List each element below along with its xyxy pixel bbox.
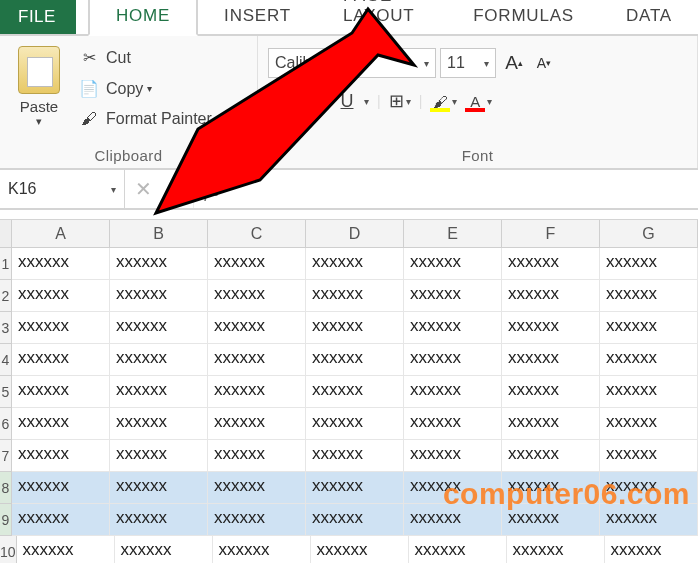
cell[interactable]: xxxxxx: [306, 472, 404, 504]
cell[interactable]: xxxxxx: [502, 440, 600, 472]
cell[interactable]: xxxxxx: [502, 312, 600, 344]
cell[interactable]: xxxxxx: [502, 376, 600, 408]
row-header[interactable]: 9: [0, 504, 12, 536]
cell[interactable]: xxxxxx: [600, 376, 698, 408]
cell[interactable]: xxxxxx: [110, 504, 208, 536]
cell[interactable]: xxxxxx: [17, 536, 115, 563]
row-header[interactable]: 4: [0, 344, 12, 376]
row-header[interactable]: 1: [0, 248, 12, 280]
cell[interactable]: xxxxxx: [12, 376, 110, 408]
cell[interactable]: xxxxxx: [600, 312, 698, 344]
cell[interactable]: xxxxxx: [12, 280, 110, 312]
cell[interactable]: xxxxxx: [600, 248, 698, 280]
cell[interactable]: xxxxxx: [600, 280, 698, 312]
copy-dropdown-arrow[interactable]: ▾: [147, 83, 152, 94]
row-header[interactable]: 8: [0, 472, 12, 504]
cell[interactable]: xxxxxx: [600, 472, 698, 504]
cell[interactable]: xxxxxx: [110, 376, 208, 408]
font-name-combo[interactable]: Calibri ▾: [268, 48, 436, 78]
cell[interactable]: xxxxxx: [110, 440, 208, 472]
tab-insert[interactable]: INSERT: [198, 0, 317, 34]
cell[interactable]: xxxxxx: [213, 536, 311, 563]
cell[interactable]: xxxxxx: [404, 504, 502, 536]
insert-function-button[interactable]: fx: [194, 170, 228, 208]
cell[interactable]: xxxxxx: [502, 248, 600, 280]
cell[interactable]: xxxxxx: [600, 504, 698, 536]
cell[interactable]: xxxxxx: [404, 248, 502, 280]
column-header[interactable]: C: [208, 220, 306, 247]
cell[interactable]: xxxxxx: [404, 344, 502, 376]
cell[interactable]: xxxxxx: [502, 280, 600, 312]
cell[interactable]: xxxxxx: [12, 408, 110, 440]
cell[interactable]: xxxxxx: [208, 248, 306, 280]
cell[interactable]: xxxxxx: [12, 248, 110, 280]
cut-button[interactable]: ✂ Cut: [74, 42, 216, 73]
cell[interactable]: xxxxxx: [306, 312, 404, 344]
cell[interactable]: xxxxxx: [208, 472, 306, 504]
cell[interactable]: xxxxxx: [404, 376, 502, 408]
font-color-button[interactable]: A ▾: [465, 92, 492, 110]
tab-data[interactable]: DATA: [600, 0, 698, 34]
column-header[interactable]: D: [306, 220, 404, 247]
cell[interactable]: xxxxxx: [306, 440, 404, 472]
cell[interactable]: xxxxxx: [208, 312, 306, 344]
row-header[interactable]: 5: [0, 376, 12, 408]
row-header[interactable]: 2: [0, 280, 12, 312]
cell[interactable]: xxxxxx: [110, 472, 208, 504]
cell[interactable]: xxxxxx: [311, 536, 409, 563]
file-tab[interactable]: FILE: [0, 0, 76, 34]
cell[interactable]: xxxxxx: [306, 280, 404, 312]
copy-button[interactable]: 📄 Copy ▾: [74, 73, 216, 104]
cell[interactable]: xxxxxx: [306, 376, 404, 408]
cell[interactable]: xxxxxx: [600, 344, 698, 376]
font-size-combo[interactable]: 11 ▾: [440, 48, 496, 78]
cell[interactable]: xxxxxx: [208, 344, 306, 376]
format-painter-button[interactable]: 🖌 Format Painter: [74, 104, 216, 134]
paste-dropdown-arrow[interactable]: ▾: [36, 115, 42, 128]
cell[interactable]: xxxxxx: [208, 376, 306, 408]
cell[interactable]: xxxxxx: [600, 440, 698, 472]
column-header[interactable]: F: [502, 220, 600, 247]
cell[interactable]: xxxxxx: [115, 536, 213, 563]
cell[interactable]: xxxxxx: [600, 408, 698, 440]
column-header[interactable]: A: [12, 220, 110, 247]
cell[interactable]: xxxxxx: [110, 408, 208, 440]
cell[interactable]: xxxxxx: [404, 312, 502, 344]
grow-font-button[interactable]: A▴: [500, 49, 528, 77]
name-box[interactable]: K16 ▾: [0, 170, 125, 208]
cell[interactable]: xxxxxx: [208, 504, 306, 536]
cell[interactable]: xxxxxx: [502, 504, 600, 536]
cell[interactable]: xxxxxx: [404, 472, 502, 504]
tab-page-layout[interactable]: PAGE LAYOUT: [317, 0, 447, 34]
cell[interactable]: xxxxxx: [404, 440, 502, 472]
cell[interactable]: xxxxxx: [306, 248, 404, 280]
cell[interactable]: xxxxxx: [306, 344, 404, 376]
formula-input[interactable]: [228, 170, 698, 208]
cell[interactable]: xxxxxx: [110, 312, 208, 344]
column-header[interactable]: B: [110, 220, 208, 247]
cell[interactable]: xxxxxx: [12, 504, 110, 536]
cell[interactable]: xxxxxx: [409, 536, 507, 563]
cell[interactable]: xxxxxx: [12, 440, 110, 472]
cell[interactable]: xxxxxx: [208, 408, 306, 440]
cell[interactable]: xxxxxx: [12, 344, 110, 376]
cell[interactable]: xxxxxx: [12, 472, 110, 504]
row-header[interactable]: 3: [0, 312, 12, 344]
tab-formulas[interactable]: FORMULAS: [447, 0, 600, 34]
italic-button[interactable]: I: [300, 90, 324, 112]
cell[interactable]: xxxxxx: [208, 440, 306, 472]
cell[interactable]: xxxxxx: [502, 408, 600, 440]
paste-button[interactable]: Paste ▾: [10, 42, 68, 134]
bold-button[interactable]: B: [268, 90, 292, 112]
row-header[interactable]: 10: [0, 536, 17, 563]
cell[interactable]: xxxxxx: [110, 280, 208, 312]
cell[interactable]: xxxxxx: [208, 280, 306, 312]
cell[interactable]: xxxxxx: [502, 344, 600, 376]
cell[interactable]: xxxxxx: [502, 472, 600, 504]
row-header[interactable]: 7: [0, 440, 12, 472]
underline-button[interactable]: U ▾: [332, 91, 369, 112]
cell[interactable]: xxxxxx: [507, 536, 605, 563]
cell[interactable]: xxxxxx: [110, 248, 208, 280]
column-header[interactable]: G: [600, 220, 698, 247]
select-all-corner[interactable]: [0, 220, 12, 247]
